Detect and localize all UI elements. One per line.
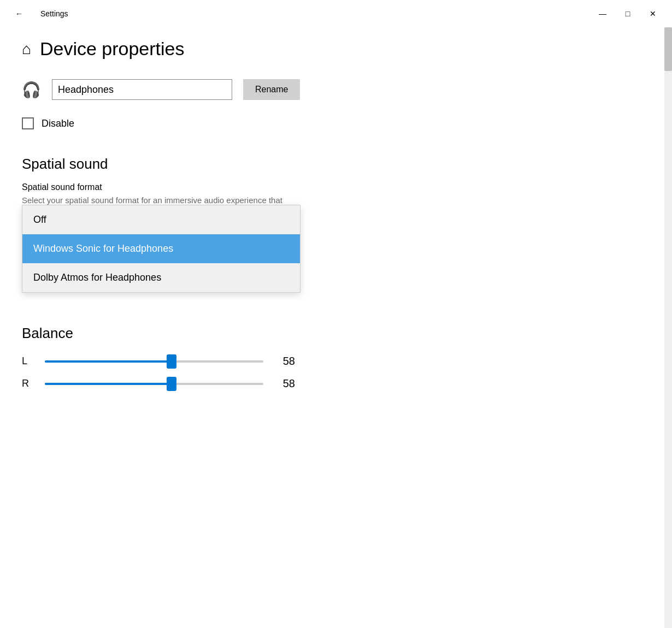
left-slider-row: L 58 xyxy=(22,355,642,368)
minimize-button[interactable]: — xyxy=(590,4,615,23)
maximize-button[interactable]: □ xyxy=(615,4,640,23)
balance-title: Balance xyxy=(22,325,642,342)
scrollbar[interactable] xyxy=(664,27,672,628)
spatial-sound-title: Spatial sound xyxy=(22,156,642,173)
disable-row: Disable xyxy=(22,117,642,129)
dropdown-item-windows-sonic[interactable]: Windows Sonic for Headphones xyxy=(22,234,300,263)
dropdown-list: Off Windows Sonic for Headphones Dolby A… xyxy=(22,205,300,293)
device-name-row: 🎧 Rename xyxy=(22,79,642,100)
title-bar-title: Settings xyxy=(40,9,68,18)
left-slider-track[interactable] xyxy=(45,360,263,363)
headphones-icon: 🎧 xyxy=(22,81,41,99)
left-slider-value: 58 xyxy=(273,355,295,368)
left-slider-thumb[interactable] xyxy=(167,354,176,369)
page-title: Device properties xyxy=(40,38,185,60)
back-button[interactable]: ← xyxy=(7,4,32,23)
main-content: ⌂ Device properties 🎧 Rename Disable Spa… xyxy=(0,27,664,628)
scrollbar-thumb[interactable] xyxy=(664,27,672,71)
home-icon: ⌂ xyxy=(22,40,31,58)
spatial-sound-field-label: Spatial sound format xyxy=(22,182,642,192)
right-slider-row: R 58 xyxy=(22,377,642,390)
rename-button[interactable]: Rename xyxy=(243,79,300,100)
right-channel-label: R xyxy=(22,378,35,389)
balance-section: Balance L 58 R 58 xyxy=(22,325,642,390)
page-header: ⌂ Device properties xyxy=(22,38,642,60)
disable-checkbox[interactable] xyxy=(22,117,34,129)
right-slider-thumb[interactable] xyxy=(167,377,176,391)
left-channel-label: L xyxy=(22,356,35,367)
left-slider-fill xyxy=(45,360,172,363)
title-bar: ← Settings — □ ✕ xyxy=(0,0,672,27)
right-slider-track[interactable] xyxy=(45,383,263,385)
device-name-input[interactable] xyxy=(52,79,232,100)
title-bar-left: ← Settings xyxy=(7,4,68,23)
dropdown-item-dolby-atmos[interactable]: Dolby Atmos for Headphones xyxy=(22,263,300,292)
close-button[interactable]: ✕ xyxy=(640,4,665,23)
spatial-sound-description: Select your spatial sound format for an … xyxy=(22,195,642,205)
title-bar-controls: — □ ✕ xyxy=(590,4,665,23)
right-slider-fill xyxy=(45,383,172,385)
spatial-sound-section: Spatial sound Spatial sound format Selec… xyxy=(22,156,642,205)
dropdown-item-off[interactable]: Off xyxy=(22,205,300,234)
disable-label: Disable xyxy=(42,118,74,129)
right-slider-value: 58 xyxy=(273,377,295,390)
